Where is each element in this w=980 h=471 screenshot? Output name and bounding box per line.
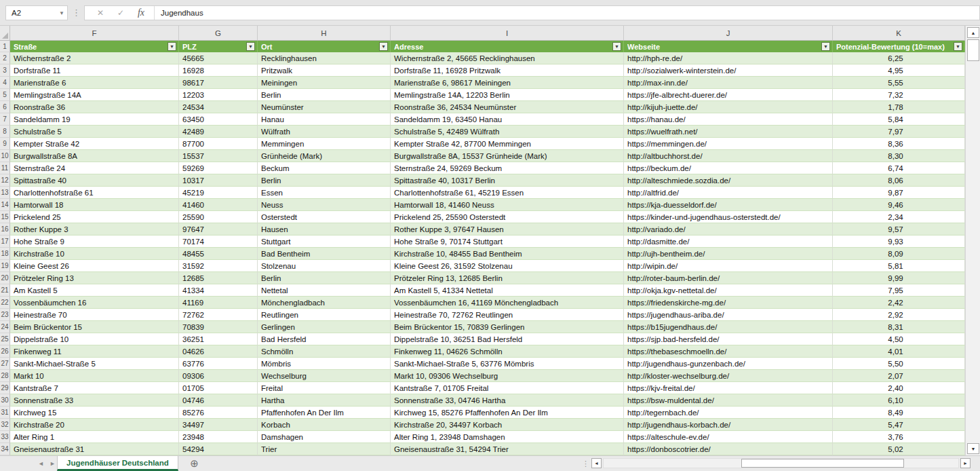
insert-function-icon[interactable]: fx (131, 7, 151, 18)
cell-plz[interactable]: 15537 (179, 150, 258, 162)
cell-webseite[interactable]: https://wuelfrath.net/ (624, 126, 833, 138)
cell-strasse[interactable]: Prickelend 25 (10, 211, 179, 223)
cell-adresse[interactable]: Roonstraße 36, 24534 Neumünster (391, 101, 624, 113)
cell-ort[interactable]: Berlin (258, 272, 391, 284)
cell-bewertung[interactable]: 7,97 (833, 126, 965, 138)
cell-bewertung[interactable]: 9,93 (833, 236, 965, 248)
column-header-g[interactable]: G (179, 26, 258, 40)
cell-bewertung[interactable]: 9,46 (833, 199, 965, 211)
cell-webseite[interactable]: http://tegernbach.de/ (624, 407, 833, 419)
cell-plz[interactable]: 97647 (179, 223, 258, 236)
cell-adresse[interactable]: Prickelend 25, 25590 Osterstedt (391, 211, 624, 223)
cell-bewertung[interactable]: 8,06 (833, 174, 965, 187)
cell-strasse[interactable]: Vossenbäumchen 16 (10, 297, 179, 309)
cell-adresse[interactable]: Hohe Straße 9, 70174 Stuttgart (391, 236, 624, 248)
cell-adresse[interactable]: Kantstraße 7, 01705 Freital (391, 382, 624, 394)
vertical-scrollbar[interactable]: ▲ ▼ (965, 26, 980, 455)
cell-bewertung[interactable]: 5,47 (833, 419, 965, 431)
header-cell-bewertung[interactable]: Potenzial-Bewertung (10=max) ▼ (833, 41, 965, 52)
row-number[interactable]: 20 (0, 272, 10, 284)
tabbar-splitter-dots-icon[interactable]: ⋮ (582, 459, 589, 468)
scroll-down-icon[interactable]: ▼ (967, 443, 979, 454)
cell-webseite[interactable]: http://altfrid.de/ (624, 187, 833, 199)
row-number[interactable]: 27 (0, 358, 10, 370)
cell-bewertung[interactable]: 3,76 (833, 431, 965, 443)
cell-adresse[interactable]: Charlottenhofstraße 61, 45219 Essen (391, 187, 624, 199)
row-number[interactable]: 11 (0, 162, 10, 174)
cell-ort[interactable]: Mönchengladbach (258, 297, 391, 309)
cell-strasse[interactable]: Finkenweg 11 (10, 345, 179, 358)
cell-ort[interactable]: Grünheide (Mark) (258, 150, 391, 162)
cell-webseite[interactable]: https://thebaseschmoelln.de/ (624, 345, 833, 358)
cell-strasse[interactable]: Charlottenhofstraße 61 (10, 187, 179, 199)
cell-strasse[interactable]: Markt 10 (10, 370, 179, 382)
cell-bewertung[interactable]: 5,02 (833, 443, 965, 455)
cell-strasse[interactable]: Hamtorwall 18 (10, 199, 179, 211)
cell-webseite[interactable]: https://memmingen.de/ (624, 138, 833, 150)
row-number[interactable]: 22 (0, 297, 10, 309)
cell-strasse[interactable]: Kirchweg 15 (10, 407, 179, 419)
sheet-tab-active[interactable]: Jugendhäuser Deutschland (57, 456, 178, 471)
cell-webseite[interactable]: https://alteschule-ev.de/ (624, 431, 833, 443)
cell-ort[interactable]: Hausen (258, 223, 391, 236)
cell-plz[interactable]: 12203 (179, 89, 258, 101)
column-header-i[interactable]: I (391, 26, 624, 40)
cell-webseite[interactable]: https://donboscotrier.de/ (624, 443, 833, 455)
row-number[interactable]: 10 (0, 150, 10, 162)
cell-ort[interactable]: Stolzenau (258, 260, 391, 272)
cell-plz[interactable]: 01705 (179, 382, 258, 394)
cell-ort[interactable]: Stuttgart (258, 236, 391, 248)
cell-adresse[interactable]: Sternstraße 24, 59269 Beckum (391, 162, 624, 174)
cell-bewertung[interactable]: 2,40 (833, 382, 965, 394)
select-all-corner[interactable] (0, 26, 10, 40)
cell-strasse[interactable]: Hohe Straße 9 (10, 236, 179, 248)
cell-plz[interactable]: 25590 (179, 211, 258, 223)
row-number[interactable]: 33 (0, 431, 10, 443)
cell-plz[interactable]: 45219 (179, 187, 258, 199)
row-number[interactable]: 26 (0, 345, 10, 358)
cell-adresse[interactable]: Alter Ring 1, 23948 Damshagen (391, 431, 624, 443)
cell-ort[interactable]: Wechselburg (258, 370, 391, 382)
cell-bewertung[interactable]: 5,81 (833, 260, 965, 272)
cell-adresse[interactable]: Sandeldamm 19, 63450 Hanau (391, 113, 624, 126)
cell-adresse[interactable]: Kirchweg 15, 85276 Pfaffenhofen An Der I… (391, 407, 624, 419)
cell-plz[interactable]: 09306 (179, 370, 258, 382)
cell-strasse[interactable]: Schulstraße 5 (10, 126, 179, 138)
cell-webseite[interactable]: http://jugendhaus-korbach.de/ (624, 419, 833, 431)
cell-ort[interactable]: Gerlingen (258, 321, 391, 333)
cell-ort[interactable]: Damshagen (258, 431, 391, 443)
cell-adresse[interactable]: Wichernstraße 2, 45665 Recklinghausen (391, 52, 624, 64)
cell-plz[interactable]: 41334 (179, 284, 258, 297)
cell-plz[interactable]: 70839 (179, 321, 258, 333)
cell-adresse[interactable]: Kirchstraße 10, 48455 Bad Bentheim (391, 248, 624, 260)
cell-bewertung[interactable]: 6,25 (833, 52, 965, 64)
cell-plz[interactable]: 04626 (179, 345, 258, 358)
cell-adresse[interactable]: Markt 10, 09306 Wechselburg (391, 370, 624, 382)
cell-bewertung[interactable]: 6,10 (833, 394, 965, 407)
cell-ort[interactable]: Trier (258, 443, 391, 455)
cell-adresse[interactable]: Spittastraße 40, 10317 Berlin (391, 174, 624, 187)
cell-plz[interactable]: 36251 (179, 333, 258, 345)
cell-plz[interactable]: 63450 (179, 113, 258, 126)
row-number[interactable]: 12 (0, 174, 10, 187)
cell-strasse[interactable]: Sternstraße 24 (10, 162, 179, 174)
row-number[interactable]: 32 (0, 419, 10, 431)
cell-plz[interactable]: 85276 (179, 407, 258, 419)
row-number[interactable]: 30 (0, 394, 10, 407)
cell-strasse[interactable]: Spittastraße 40 (10, 174, 179, 187)
formula-input[interactable]: Jugendhaus (155, 9, 979, 17)
cell-plz[interactable]: 45665 (179, 52, 258, 64)
cell-adresse[interactable]: Beim Brückentor 15, 70839 Gerlingen (391, 321, 624, 333)
cell-strasse[interactable]: Gneisenaustraße 31 (10, 443, 179, 455)
cell-ort[interactable]: Beckum (258, 162, 391, 174)
cell-bewertung[interactable]: 4,95 (833, 64, 965, 77)
cell-adresse[interactable]: Sankt-Michael-Straße 5, 63776 Mömbris (391, 358, 624, 370)
cell-bewertung[interactable]: 8,31 (833, 321, 965, 333)
cell-ort[interactable]: Memmingen (258, 138, 391, 150)
filter-dropdown-icon[interactable]: ▼ (954, 42, 962, 51)
add-sheet-icon[interactable]: ⊕ (189, 458, 200, 470)
cell-webseite[interactable]: https://sjp.bad-hersfeld.de/ (624, 333, 833, 345)
cell-strasse[interactable]: Dorfstraße 11 (10, 64, 179, 77)
cell-webseite[interactable]: http://sozialwerk-winterstein.de/ (624, 64, 833, 77)
cell-webseite[interactable]: http://kijuh-juette.de/ (624, 101, 833, 113)
